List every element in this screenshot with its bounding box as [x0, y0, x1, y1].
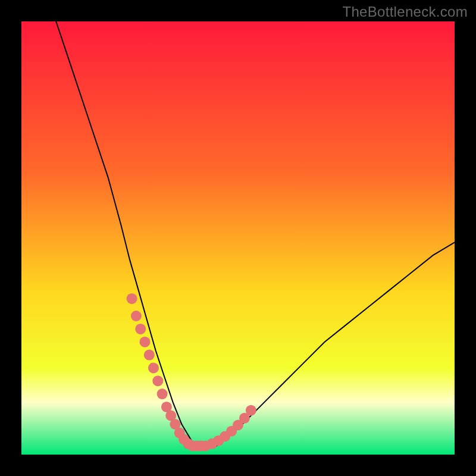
highlight-dot — [131, 311, 142, 321]
watermark-text: TheBottleneck.com — [342, 4, 468, 20]
plot-area — [21, 21, 455, 455]
highlight-dot — [140, 337, 151, 347]
highlight-dot — [135, 324, 146, 334]
highlight-dot — [127, 293, 137, 304]
highlight-dot — [152, 375, 163, 386]
chart-svg — [21, 21, 455, 455]
highlight-dot — [157, 389, 168, 399]
chart-frame: TheBottleneck.com — [0, 0, 476, 476]
highlight-dot — [148, 362, 159, 373]
highlight-dot — [246, 405, 256, 416]
highlight-dot — [144, 350, 155, 361]
gradient-rect — [21, 21, 455, 455]
